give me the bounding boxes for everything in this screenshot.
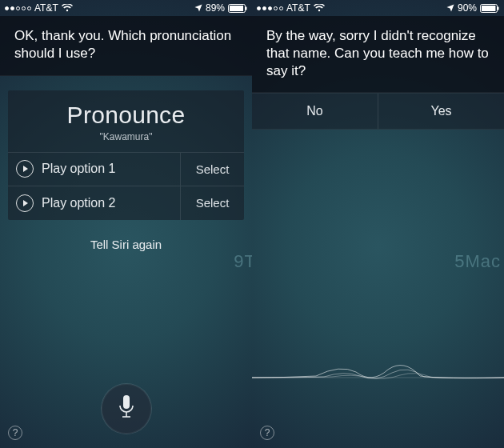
select-option-1[interactable]: Select	[180, 153, 244, 186]
yes-button[interactable]: Yes	[378, 94, 504, 129]
no-button[interactable]: No	[252, 94, 378, 129]
carrier-label: AT&T	[286, 2, 310, 14]
watermark-text: 9T	[234, 251, 252, 272]
status-bar: AT&T 90%	[252, 0, 504, 16]
status-left: AT&T	[5, 2, 73, 14]
pronounce-card: Pronounce "Kawamura" Play option 1 Selec…	[8, 90, 244, 220]
svg-rect-2	[246, 6, 247, 10]
siri-waveform-icon	[252, 344, 504, 400]
signal-dots-icon	[257, 6, 283, 10]
signal-dots-icon	[5, 6, 31, 10]
wifi-icon	[62, 4, 73, 12]
pronounce-header: Pronounce "Kawamura"	[8, 90, 244, 153]
carrier-label: AT&T	[34, 2, 58, 14]
battery-icon	[480, 4, 499, 13]
pronounce-title: Pronounce	[8, 102, 244, 129]
status-right: 89%	[194, 2, 247, 14]
play-option-2[interactable]: Play option 2	[8, 186, 180, 220]
battery-percent: 90%	[458, 2, 477, 14]
battery-percent: 89%	[206, 2, 225, 14]
battery-icon	[228, 4, 247, 13]
pronunciation-option-row: Play option 2 Select	[8, 186, 244, 220]
help-button[interactable]: ?	[8, 426, 22, 440]
status-right: 90%	[446, 2, 499, 14]
watermark-text: 5Mac	[454, 251, 501, 272]
svg-rect-3	[123, 395, 130, 409]
wifi-icon	[314, 4, 325, 12]
siri-prompt-text: OK, thank you. Which pronunciation shoul…	[0, 16, 252, 76]
status-left: AT&T	[257, 2, 325, 14]
phone-right: AT&T 90% By the way, sorry I didn't reco…	[252, 0, 504, 448]
help-button[interactable]: ?	[260, 426, 274, 440]
select-option-2[interactable]: Select	[180, 186, 244, 220]
location-icon	[194, 4, 202, 12]
microphone-icon	[117, 394, 136, 423]
siri-prompt-text: By the way, sorry I didn't recognize tha…	[252, 16, 504, 93]
pronunciation-option-row: Play option 1 Select	[8, 153, 244, 186]
location-icon	[446, 4, 454, 12]
play-icon	[16, 160, 34, 178]
svg-rect-8	[498, 6, 499, 10]
siri-mic-button[interactable]	[102, 384, 151, 434]
option-label: Play option 2	[42, 196, 116, 210]
yes-no-row: No Yes	[252, 93, 504, 130]
play-option-1[interactable]: Play option 1	[8, 153, 180, 186]
pronounce-word: "Kawamura"	[8, 131, 244, 142]
phone-left: AT&T 89% OK, thank you. Which pronunciat…	[0, 0, 252, 448]
tell-siri-again-button[interactable]: Tell Siri again	[0, 238, 252, 251]
play-icon	[16, 194, 34, 212]
option-label: Play option 1	[42, 162, 116, 176]
svg-rect-1	[230, 6, 243, 11]
status-bar: AT&T 89%	[0, 0, 252, 16]
svg-rect-7	[482, 6, 495, 11]
